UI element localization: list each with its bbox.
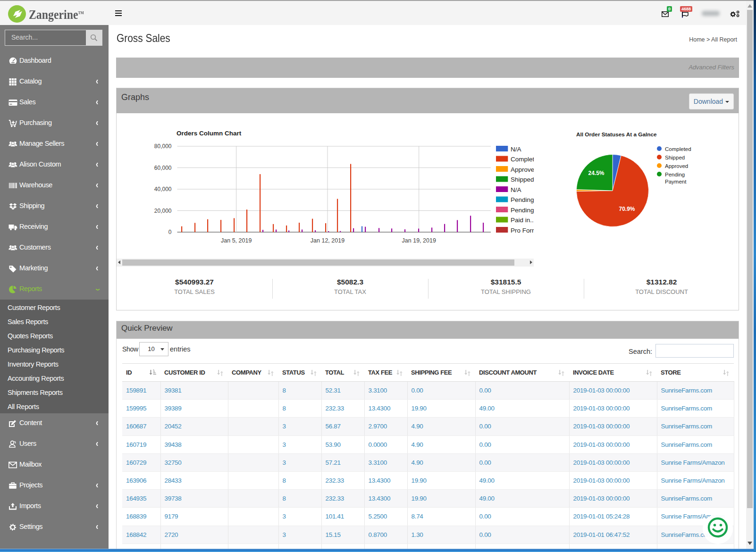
svg-text:Approve: Approve (511, 166, 534, 173)
svg-text:All Order Statuses At a Galnce: All Order Statuses At a Galnce (576, 131, 657, 138)
svg-text:Pro Forr: Pro Forr (511, 227, 534, 234)
svg-text:Complet: Complet (511, 156, 534, 163)
svg-text:Jan 12, 2019: Jan 12, 2019 (311, 237, 344, 244)
svg-text:Shipped: Shipped (511, 176, 534, 183)
svg-text:0: 0 (168, 229, 172, 235)
svg-text:N/A: N/A (511, 186, 521, 193)
svg-text:Jan 5, 2019: Jan 5, 2019 (221, 237, 252, 244)
svg-text:80,000: 80,000 (154, 143, 172, 150)
svg-text:Orders Column Chart: Orders Column Chart (176, 130, 242, 137)
svg-text:40,000: 40,000 (154, 186, 172, 192)
svg-text:60,000: 60,000 (154, 165, 172, 171)
svg-text:Pending: Pending (511, 207, 534, 214)
svg-text:Pending: Pending (665, 172, 685, 177)
svg-text:70.9%: 70.9% (619, 206, 635, 212)
svg-text:Jan 19, 2019: Jan 19, 2019 (402, 237, 436, 244)
svg-text:Payment: Payment (665, 179, 687, 184)
svg-text:24.5%: 24.5% (588, 170, 604, 176)
svg-text:N/A: N/A (511, 146, 521, 153)
svg-text:Paid in..: Paid in.. (511, 217, 534, 224)
svg-text:20,000: 20,000 (154, 208, 172, 214)
svg-text:Completed: Completed (665, 146, 691, 152)
svg-text:Approved: Approved (665, 163, 688, 169)
svg-text:Pending: Pending (511, 196, 534, 203)
svg-text:Shipped: Shipped (665, 155, 685, 160)
